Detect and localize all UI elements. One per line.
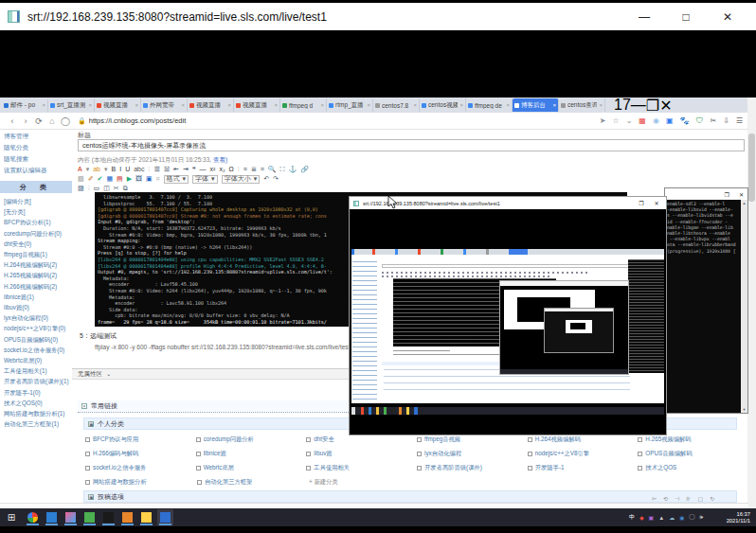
sidebar-category-link[interactable]: 网站搭建与数据分析(1) [4, 408, 72, 418]
category-checkbox-item[interactable]: socket.io之信令服务 [85, 461, 196, 475]
checkbox[interactable] [85, 452, 90, 456]
toolbar-insert-icon[interactable]: ✐ [88, 174, 94, 184]
toolbar-format-icon[interactable]: U [125, 165, 130, 174]
checkbox[interactable] [85, 480, 90, 485]
scrollbar-thumb[interactable] [748, 133, 755, 202]
toolbar-icon[interactable]: ▦ [639, 116, 646, 125]
sidebar-link[interactable]: 博客管理 [4, 133, 72, 141]
tray-icon[interactable]: 🕪 [699, 514, 703, 521]
category-checkbox-item[interactable]: 工具使用相关 [306, 461, 417, 475]
toolbar-format-icon[interactable]: ❝ [192, 165, 196, 174]
checkbox[interactable] [638, 452, 642, 456]
checkbox[interactable] [638, 466, 642, 471]
category-checkbox-item[interactable]: libnice篇 [196, 447, 307, 461]
category-checkbox-item[interactable]: OPUS音频编解码 [638, 447, 748, 461]
toolbar-icon[interactable]: ⌄ [626, 116, 633, 125]
scroll-up-icon[interactable]: ▲ [741, 201, 747, 205]
category-checkbox-item[interactable]: H.266编码与解码 [85, 447, 196, 461]
checkbox[interactable] [197, 480, 202, 485]
taskbar-app-icon[interactable] [64, 511, 77, 524]
tab-close-icon[interactable]: × [135, 102, 138, 108]
close-button[interactable]: ✕ [707, 10, 748, 24]
taskbar-app-icon[interactable] [102, 511, 115, 524]
toolbar-insert-icon[interactable]: ▶ [127, 174, 132, 184]
toolbar-insert-icon[interactable]: ▦ [106, 174, 113, 184]
toolbar-icon[interactable]: ✂ [710, 116, 716, 125]
toolbar-format-icon[interactable]: ⇥ [183, 165, 189, 174]
checkbox[interactable] [417, 452, 422, 456]
browser-tab[interactable]: 视频直播 × [95, 98, 141, 112]
toolbar-extra-icon[interactable]: ⁞ [88, 184, 90, 193]
cmd-titlebar[interactable]: ❐ ✕ [665, 188, 747, 200]
toolbar-format-icon[interactable]: 🔍 [268, 165, 277, 174]
browser-tab[interactable]: centos查询 × [559, 98, 605, 112]
toolbar-format-icon[interactable]: ▾ [86, 165, 90, 174]
toolbar-format-icon[interactable]: B [112, 165, 117, 174]
tab-close-icon[interactable]: × [88, 102, 92, 108]
mini-control-icon[interactable]: ⊣ [675, 495, 679, 502]
tab-count[interactable]: 17 [614, 98, 631, 114]
checkbox[interactable] [196, 452, 201, 456]
sidebar-category-link[interactable]: 技术之QOS(0) [4, 398, 72, 408]
format-dropdown[interactable]: 格式▾ [164, 175, 189, 184]
sidebar-link[interactable]: 随笔分类 [4, 144, 72, 152]
toolbar-format-icon[interactable]: x₂ [219, 165, 225, 174]
autosave-view-link[interactable]: 查看) [213, 156, 227, 163]
toolbar-format-icon[interactable]: ≡ [261, 165, 264, 174]
back-icon[interactable]: ‹ [6, 116, 19, 126]
sidebar-category-link[interactable]: libuv篇(0) [4, 302, 72, 312]
toolbar-icon[interactable]: 🛡 [695, 116, 703, 125]
post-title-input[interactable]: centos运维环境-本地摄像头-屏幕录像推流 [78, 139, 745, 151]
checkbox[interactable] [528, 437, 532, 442]
nested-close-button[interactable]: ✕ [651, 200, 662, 206]
tab-close-icon[interactable]: × [599, 102, 603, 108]
tab-close-icon[interactable]: × [320, 102, 324, 108]
toolbar-icon[interactable]: ➤ [600, 116, 606, 125]
mini-control-icon[interactable]: ⟲ [663, 495, 668, 502]
mini-control-icon[interactable]: ↻ [710, 495, 714, 502]
checkbox[interactable] [528, 466, 532, 471]
sidebar-category-link[interactable]: [编辑分类] [4, 196, 72, 206]
category-checkbox-item[interactable]: Webrtc底层 [196, 461, 307, 475]
toolbar-insert-icon[interactable]: ⌗ [156, 174, 160, 184]
minimize-button[interactable]: — [623, 10, 665, 24]
category-checkbox-item[interactable]: 开发随手-1 [528, 461, 639, 475]
nested-restore-button[interactable]: ❐ [636, 200, 647, 206]
category-checkbox-item[interactable]: nodejs/c++之V8引擎 [528, 447, 639, 461]
tray-icon[interactable]: 中 [629, 513, 635, 522]
taskbar-clock[interactable]: 16:37 2021/11/1 [709, 511, 750, 524]
toolbar-insert-icon[interactable]: 🖼 [135, 174, 142, 184]
fontsize-dropdown[interactable]: 字体大小▾ [222, 175, 261, 184]
maximize-button[interactable]: □ [665, 10, 707, 24]
profile-icon[interactable]: ◯ [59, 116, 72, 126]
checkbox[interactable] [85, 466, 90, 471]
tab-close-icon[interactable]: × [367, 102, 370, 108]
font-dropdown[interactable]: 字体▾ [192, 175, 218, 184]
category-checkbox-item[interactable]: + 新建分类 [309, 475, 421, 489]
checkbox[interactable] [638, 437, 642, 442]
tab-close-icon[interactable]: × [413, 102, 417, 108]
submit-options-bar[interactable]: ▣ 投稿选项 [83, 490, 737, 503]
sidebar-category-link[interactable]: 开发随手-1(0) [4, 387, 72, 398]
sidebar-category-link[interactable]: coredump问题分析(0) [4, 228, 72, 239]
sidebar-category-link[interactable]: socket.io之信令服务(0) [4, 345, 72, 355]
cmd-close-button[interactable]: ✕ [739, 191, 744, 198]
toolbar-icon[interactable]: ▣ [666, 116, 674, 125]
toolbar-format-icon[interactable]: abc [134, 165, 144, 174]
toolbar-insert-icon[interactable]: ✔ [98, 174, 103, 184]
window-titlebar[interactable]: srt://192.168.239.135:8080?streamid=live… [0, 3, 756, 30]
toolbar-format-icon[interactable]: ⚓ [288, 165, 297, 174]
tray-icon[interactable]: ▣ [649, 514, 655, 521]
sidebar-category-link[interactable]: Webrtc底层(0) [4, 355, 72, 365]
tray-icon[interactable]: ▲ [658, 515, 664, 521]
toolbar-icon[interactable]: ⇩ [723, 116, 729, 125]
toolbar-format-icon[interactable]: ab [93, 165, 100, 174]
sidebar-category-link[interactable]: 自动化第三方框架(1) [4, 418, 72, 429]
mini-control-icon[interactable]: ⊪ [686, 495, 691, 502]
category-checkbox-item[interactable]: 技术之QOS [638, 461, 748, 475]
taskbar-app-icon[interactable] [121, 511, 134, 524]
taskbar-app-icon[interactable] [45, 511, 58, 524]
sidebar-link[interactable]: 随笔搜索 [4, 155, 72, 164]
home-icon[interactable]: ⌂ [45, 116, 59, 126]
sidebar-category-link[interactable]: 工具使用相关(1) [4, 365, 72, 376]
